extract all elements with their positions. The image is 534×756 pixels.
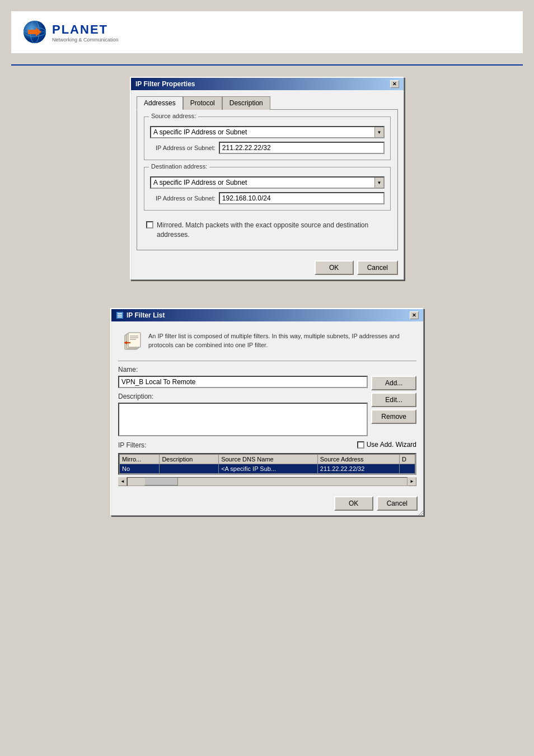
dialog2-title-area: IP Filter List [116,311,165,319]
horizontal-scrollbar[interactable]: ◄ ► [118,477,416,486]
add-button[interactable]: Add... [371,376,416,390]
table-row[interactable]: No <A specific IP Sub... 211.22.22.22/32 [120,464,415,473]
divider1 [118,361,416,361]
ip-filters-section: IP Filters: Use Add. Wizard Mirro... Des… [118,441,416,486]
tab-description-label: Description [229,99,263,107]
dialog1-content: Addresses Protocol Description Source ad… [131,90,404,256]
dialog1-tab-content: Source address: A specific IP Address or… [137,109,398,250]
tab-addresses[interactable]: Addresses [137,96,183,110]
filter-list-icon [116,311,124,319]
edit-button[interactable]: Edit... [371,393,416,407]
description-label: Description: [118,393,153,400]
tab-protocol-label: Protocol [190,99,215,107]
table-header-row: Mirro... Description Source DNS Name Sou… [120,454,415,464]
svg-line-17 [419,511,423,515]
ip-filter-list-dialog: IP Filter List ✕ [110,308,424,516]
logo: PLANET Networking & Communication [22,20,119,45]
svg-line-18 [421,513,423,515]
col-dest: D [399,454,415,464]
dialog2-titlebar: IP Filter List ✕ [111,309,423,321]
dialog2-close-btn[interactable]: ✕ [410,311,419,319]
logo-planet-text: PLANET [52,22,119,37]
dialog1-cancel-button[interactable]: Cancel [357,260,398,275]
tab-protocol[interactable]: Protocol [183,96,222,110]
remove-button[interactable]: Remove [371,409,416,424]
mirrored-checkbox-row: Mirrored. Match packets with the exact o… [144,217,391,243]
dialog1-title-area: IP Filter Properties [135,80,195,88]
dialog2-cancel-button[interactable]: Cancel [377,496,418,511]
logo-text: PLANET Networking & Communication [52,22,119,43]
ip-filters-table: Mirro... Description Source DNS Name Sou… [119,454,415,474]
logo-tagline-text: Networking & Communication [52,37,119,43]
col-source-dns: Source DNS Name [219,454,318,464]
name-value: VPN_B Local To Remote [121,378,196,386]
col-description: Description [160,454,219,464]
resize-icon [416,508,423,515]
destination-address-dropdown[interactable]: A specific IP Address or Subnet ▼ [150,176,385,189]
destination-ip-input[interactable]: 192.168.10.0/24 [219,192,385,204]
cell-mirror: No [120,464,160,473]
filter-info-icon [123,332,143,352]
ip-filters-label: IP Filters: [118,441,146,449]
dialog2-content: An IP filter list is composed of multipl… [111,321,423,492]
source-ip-row: IP Address or Subnet: 211.22.22.22/32 [150,142,385,154]
dialog1-close-btn[interactable]: ✕ [390,80,399,88]
description-area: Description: [118,393,368,436]
dialog2-ok-button[interactable]: OK [334,496,373,511]
dialog2-title: IP Filter List [127,311,165,319]
source-address-dropdown[interactable]: A specific IP Address or Subnet ▼ [150,126,385,138]
cell-source-address: 211.22.22.22/32 [317,464,399,473]
dialog2-button-row: OK Cancel [111,492,423,515]
dialog1-titlebar: IP Filter Properties ✕ [131,78,404,90]
destination-ip-value: 192.168.10.0/24 [222,194,271,202]
side-buttons: Add... Edit... Remove [371,376,416,424]
scroll-track [127,477,407,486]
destination-ip-label: IP Address or Subnet: [156,195,216,202]
dialog2-controls: ✕ [410,311,419,319]
ip-filters-header: IP Filters: Use Add. Wizard [118,441,416,451]
cell-dest [399,464,415,473]
page-header: PLANET Networking & Communication [11,11,523,53]
name-section: VPN_B Local To Remote Description: Add..… [118,376,416,436]
name-input[interactable]: VPN_B Local To Remote [118,376,368,388]
source-address-legend: Source address: [149,113,198,119]
name-field-row: Name: [118,363,416,376]
name-label: Name: [118,366,138,374]
header-divider [11,64,523,66]
svg-rect-12 [128,333,140,347]
destination-address-legend: Destination address: [149,163,209,170]
info-banner-text: An IP filter list is composed of multipl… [148,332,412,350]
mirrored-checkbox[interactable] [146,221,153,228]
ip-filter-properties-dialog: IP Filter Properties ✕ Addresses Protoco… [130,77,404,280]
destination-dropdown-arrow: ▼ [374,178,383,188]
destination-dropdown-value: A specific IP Address or Subnet [151,178,374,188]
source-ip-input[interactable]: 211.22.22.22/32 [219,142,385,154]
info-banner: An IP filter list is composed of multipl… [118,327,416,356]
dialog1-title: IP Filter Properties [135,80,195,88]
name-input-area: VPN_B Local To Remote Description: [118,376,368,436]
use-wizard-checkbox[interactable] [357,441,364,449]
scroll-right-btn[interactable]: ► [407,477,416,486]
use-wizard-row: Use Add. Wizard [357,441,416,449]
tab-description[interactable]: Description [222,96,270,110]
col-source-address: Source Address [317,454,399,464]
description-input[interactable] [118,403,368,436]
cell-source-dns: <A specific IP Sub... [219,464,318,473]
source-ip-label: IP Address or Subnet: [156,144,216,151]
dialog1-ok-button[interactable]: OK [315,260,354,275]
destination-ip-row: IP Address or Subnet: 192.168.10.0/24 [150,192,385,204]
scroll-thumb[interactable] [144,478,178,486]
mirrored-label: Mirrored. Match packets with the exact o… [157,221,388,240]
info-icon [123,332,143,352]
scroll-left-btn[interactable]: ◄ [118,477,127,486]
ip-filters-table-container: Mirro... Description Source DNS Name Sou… [118,453,416,475]
source-dropdown-arrow: ▼ [374,127,383,137]
resize-handle[interactable] [416,508,423,515]
source-address-group: Source address: A specific IP Address or… [144,116,391,160]
dialog-container: IP Filter Properties ✕ Addresses Protoco… [11,77,523,516]
source-dropdown-value: A specific IP Address or Subnet [151,127,374,137]
source-ip-value: 211.22.22.22/32 [222,144,271,152]
cell-description [160,464,219,473]
destination-address-group: Destination address: A specific IP Addre… [144,167,391,211]
dialog1-tab-bar: Addresses Protocol Description [137,96,398,109]
